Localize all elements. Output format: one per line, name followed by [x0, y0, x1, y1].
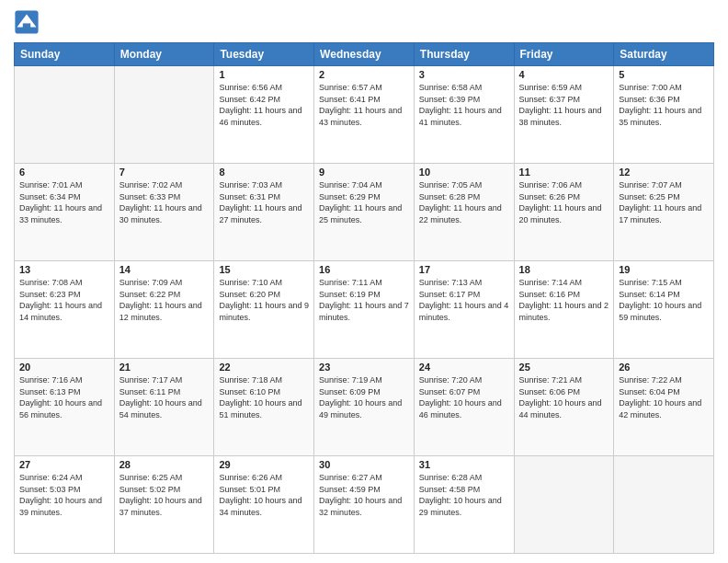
calendar-cell: 6Sunrise: 7:01 AM Sunset: 6:34 PM Daylig…: [15, 164, 115, 261]
day-info: Sunrise: 7:16 AM Sunset: 6:13 PM Dayligh…: [19, 374, 109, 420]
calendar-cell: 22Sunrise: 7:18 AM Sunset: 6:10 PM Dayli…: [214, 359, 314, 456]
calendar-cell: 4Sunrise: 6:59 AM Sunset: 6:37 PM Daylig…: [514, 66, 614, 164]
day-number: 31: [419, 459, 509, 470]
day-info: Sunrise: 7:05 AM Sunset: 6:28 PM Dayligh…: [419, 179, 509, 225]
calendar-week-row: 27Sunrise: 6:24 AM Sunset: 5:03 PM Dayli…: [15, 456, 714, 554]
calendar-cell: [15, 66, 115, 164]
calendar-cell: 28Sunrise: 6:25 AM Sunset: 5:02 PM Dayli…: [114, 456, 214, 554]
day-number: 14: [119, 264, 210, 275]
day-number: 24: [419, 362, 509, 373]
calendar-cell: 26Sunrise: 7:22 AM Sunset: 6:04 PM Dayli…: [614, 359, 714, 456]
day-number: 13: [19, 264, 109, 275]
day-number: 12: [619, 167, 709, 178]
calendar-cell: [614, 456, 714, 554]
calendar-cell: 25Sunrise: 7:21 AM Sunset: 6:06 PM Dayli…: [514, 359, 614, 456]
calendar-header-friday: Friday: [514, 43, 614, 66]
day-info: Sunrise: 7:17 AM Sunset: 6:11 PM Dayligh…: [119, 374, 210, 420]
day-info: Sunrise: 6:27 AM Sunset: 4:59 PM Dayligh…: [319, 472, 409, 518]
day-number: 6: [19, 167, 109, 178]
day-info: Sunrise: 7:20 AM Sunset: 6:07 PM Dayligh…: [419, 374, 509, 420]
day-info: Sunrise: 6:28 AM Sunset: 4:58 PM Dayligh…: [419, 472, 509, 518]
calendar-cell: 1Sunrise: 6:56 AM Sunset: 6:42 PM Daylig…: [214, 66, 314, 164]
day-info: Sunrise: 7:00 AM Sunset: 6:36 PM Dayligh…: [619, 82, 709, 128]
calendar-cell: 5Sunrise: 7:00 AM Sunset: 6:36 PM Daylig…: [614, 66, 714, 164]
day-number: 17: [419, 264, 509, 275]
day-info: Sunrise: 6:26 AM Sunset: 5:01 PM Dayligh…: [219, 472, 309, 518]
day-number: 7: [119, 167, 210, 178]
day-info: Sunrise: 7:09 AM Sunset: 6:22 PM Dayligh…: [119, 277, 210, 323]
calendar-cell: 2Sunrise: 6:57 AM Sunset: 6:41 PM Daylig…: [314, 66, 415, 164]
day-info: Sunrise: 7:11 AM Sunset: 6:19 PM Dayligh…: [319, 277, 409, 323]
day-number: 20: [19, 362, 109, 373]
calendar-cell: 11Sunrise: 7:06 AM Sunset: 6:26 PM Dayli…: [514, 164, 614, 261]
calendar-cell: 19Sunrise: 7:15 AM Sunset: 6:14 PM Dayli…: [614, 261, 714, 359]
logo: [14, 9, 43, 35]
day-info: Sunrise: 6:57 AM Sunset: 6:41 PM Dayligh…: [319, 82, 409, 128]
day-info: Sunrise: 6:58 AM Sunset: 6:39 PM Dayligh…: [419, 82, 509, 128]
logo-icon: [14, 9, 40, 35]
day-info: Sunrise: 6:25 AM Sunset: 5:02 PM Dayligh…: [119, 472, 210, 518]
calendar-cell: 10Sunrise: 7:05 AM Sunset: 6:28 PM Dayli…: [414, 164, 514, 261]
day-number: 28: [119, 459, 210, 470]
calendar-cell: 16Sunrise: 7:11 AM Sunset: 6:19 PM Dayli…: [314, 261, 415, 359]
day-number: 18: [519, 264, 609, 275]
day-number: 11: [519, 167, 609, 178]
day-number: 16: [319, 264, 409, 275]
calendar-cell: 3Sunrise: 6:58 AM Sunset: 6:39 PM Daylig…: [414, 66, 514, 164]
calendar-cell: 21Sunrise: 7:17 AM Sunset: 6:11 PM Dayli…: [114, 359, 214, 456]
day-number: 8: [219, 167, 309, 178]
day-info: Sunrise: 7:13 AM Sunset: 6:17 PM Dayligh…: [419, 277, 509, 323]
calendar-header-monday: Monday: [114, 43, 214, 66]
calendar-cell: 23Sunrise: 7:19 AM Sunset: 6:09 PM Dayli…: [314, 359, 415, 456]
day-number: 22: [219, 362, 309, 373]
day-info: Sunrise: 7:19 AM Sunset: 6:09 PM Dayligh…: [319, 374, 409, 420]
calendar-cell: 31Sunrise: 6:28 AM Sunset: 4:58 PM Dayli…: [414, 456, 514, 554]
calendar-cell: 20Sunrise: 7:16 AM Sunset: 6:13 PM Dayli…: [15, 359, 115, 456]
day-info: Sunrise: 7:14 AM Sunset: 6:16 PM Dayligh…: [519, 277, 609, 323]
svg-rect-2: [23, 23, 30, 29]
calendar-cell: 12Sunrise: 7:07 AM Sunset: 6:25 PM Dayli…: [614, 164, 714, 261]
day-number: 21: [119, 362, 210, 373]
day-number: 5: [619, 69, 709, 80]
calendar-week-row: 6Sunrise: 7:01 AM Sunset: 6:34 PM Daylig…: [15, 164, 714, 261]
day-number: 2: [319, 69, 409, 80]
calendar-cell: 14Sunrise: 7:09 AM Sunset: 6:22 PM Dayli…: [114, 261, 214, 359]
day-number: 19: [619, 264, 709, 275]
calendar-cell: 18Sunrise: 7:14 AM Sunset: 6:16 PM Dayli…: [514, 261, 614, 359]
day-info: Sunrise: 7:21 AM Sunset: 6:06 PM Dayligh…: [519, 374, 609, 420]
day-info: Sunrise: 7:07 AM Sunset: 6:25 PM Dayligh…: [619, 179, 709, 225]
day-info: Sunrise: 6:24 AM Sunset: 5:03 PM Dayligh…: [19, 472, 109, 518]
calendar-week-row: 20Sunrise: 7:16 AM Sunset: 6:13 PM Dayli…: [15, 359, 714, 456]
day-info: Sunrise: 6:59 AM Sunset: 6:37 PM Dayligh…: [519, 82, 609, 128]
day-info: Sunrise: 7:01 AM Sunset: 6:34 PM Dayligh…: [19, 179, 109, 225]
calendar-week-row: 13Sunrise: 7:08 AM Sunset: 6:23 PM Dayli…: [15, 261, 714, 359]
day-number: 4: [519, 69, 609, 80]
day-info: Sunrise: 7:02 AM Sunset: 6:33 PM Dayligh…: [119, 179, 210, 225]
header: [14, 9, 714, 35]
day-info: Sunrise: 7:22 AM Sunset: 6:04 PM Dayligh…: [619, 374, 709, 420]
calendar-table: SundayMondayTuesdayWednesdayThursdayFrid…: [14, 42, 714, 554]
calendar-header-sunday: Sunday: [15, 43, 115, 66]
calendar-cell: [514, 456, 614, 554]
calendar-cell: 29Sunrise: 6:26 AM Sunset: 5:01 PM Dayli…: [214, 456, 314, 554]
calendar-header-tuesday: Tuesday: [214, 43, 314, 66]
calendar-cell: 30Sunrise: 6:27 AM Sunset: 4:59 PM Dayli…: [314, 456, 415, 554]
day-info: Sunrise: 7:15 AM Sunset: 6:14 PM Dayligh…: [619, 277, 709, 323]
day-number: 15: [219, 264, 309, 275]
day-number: 27: [19, 459, 109, 470]
day-info: Sunrise: 7:06 AM Sunset: 6:26 PM Dayligh…: [519, 179, 609, 225]
day-number: 30: [319, 459, 409, 470]
day-number: 25: [519, 362, 609, 373]
calendar-cell: 9Sunrise: 7:04 AM Sunset: 6:29 PM Daylig…: [314, 164, 415, 261]
calendar-cell: 15Sunrise: 7:10 AM Sunset: 6:20 PM Dayli…: [214, 261, 314, 359]
calendar-header-saturday: Saturday: [614, 43, 714, 66]
day-number: 29: [219, 459, 309, 470]
day-number: 1: [219, 69, 309, 80]
day-number: 26: [619, 362, 709, 373]
calendar-cell: 7Sunrise: 7:02 AM Sunset: 6:33 PM Daylig…: [114, 164, 214, 261]
day-info: Sunrise: 7:08 AM Sunset: 6:23 PM Dayligh…: [19, 277, 109, 323]
calendar-header-wednesday: Wednesday: [314, 43, 415, 66]
day-info: Sunrise: 6:56 AM Sunset: 6:42 PM Dayligh…: [219, 82, 309, 128]
day-info: Sunrise: 7:03 AM Sunset: 6:31 PM Dayligh…: [219, 179, 309, 225]
calendar-week-row: 1Sunrise: 6:56 AM Sunset: 6:42 PM Daylig…: [15, 66, 714, 164]
